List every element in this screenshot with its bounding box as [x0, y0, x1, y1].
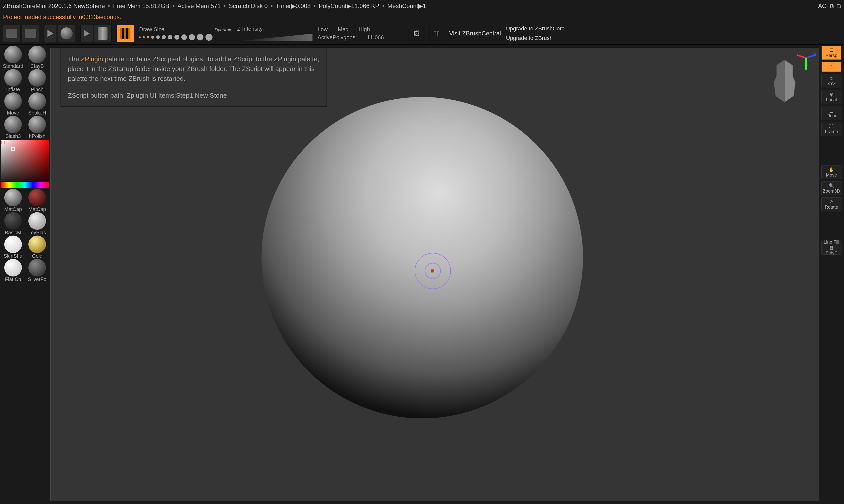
tooltip-t1a: The [68, 55, 81, 63]
poly-med[interactable]: Med [338, 26, 349, 33]
image-icon[interactable]: 🖼 [409, 26, 424, 41]
stat-activemem: Active Mem 571 [177, 2, 220, 10]
arrow2-button[interactable] [80, 24, 93, 42]
book-icon[interactable]: ▯▯ [429, 26, 444, 41]
svg-line-2 [797, 55, 806, 58]
save-button[interactable] [22, 24, 39, 42]
xyz-button[interactable]: ↯XYZ [821, 74, 842, 88]
visit-central-link[interactable]: Visit ZBrushCentral [449, 30, 501, 37]
hud-head-icon[interactable] [771, 58, 798, 103]
material-basic[interactable]: BasicM [1, 212, 25, 236]
brush-cursor-center [431, 269, 434, 272]
title-bar: ZBrushCoreMini 2020.1.6 NewSphere •Free … [0, 0, 844, 12]
brush-move[interactable]: Move [1, 92, 25, 116]
stat-polycount: PolyCount▶11.066 KP [319, 2, 379, 10]
app-title: ZBrushCoreMini 2020.1.6 NewSphere [3, 2, 105, 10]
brush-hpolish[interactable]: hPolish [25, 116, 49, 139]
tooltip-t2: ZScript button path: Zplugin:UI Items:St… [68, 91, 320, 101]
sphere-tool-button[interactable] [58, 24, 75, 42]
open-button[interactable] [3, 24, 21, 42]
svg-marker-5 [805, 66, 808, 70]
mirror-button[interactable] [116, 24, 134, 42]
material-silverfo[interactable]: SilverFo [25, 259, 49, 282]
status-time: 0.323 [82, 14, 97, 21]
active-poly-value: 11,066 [367, 34, 384, 41]
headphone-button[interactable]: ◠ [821, 62, 842, 72]
cylinder-tool-button[interactable] [94, 24, 111, 42]
poly-high[interactable]: High [358, 26, 370, 33]
status-bar: Project loaded successfully in 0.323 sec… [0, 12, 844, 22]
draw-size-label: Draw Size [139, 26, 164, 33]
axis-gizmo[interactable] [796, 51, 816, 71]
poly-low[interactable]: Low [318, 26, 327, 33]
svg-rect-6 [814, 53, 816, 56]
top-toolbar: Draw Size Dynamic Z Intensity Low Med Hi… [0, 22, 844, 45]
status-prefix: Project loaded successfully in [3, 14, 82, 21]
brush-inflate[interactable]: Inflate [1, 69, 25, 92]
tooltip-t1b: ZPlugin [81, 55, 103, 63]
upgrade-full-link[interactable]: Upgrade to ZBrush [506, 35, 565, 41]
stat-timer: Timer▶0.008 [276, 2, 311, 10]
linefill-button[interactable]: Line Fill▦PolyF [821, 240, 842, 255]
window-icon-2[interactable]: ⧉ [837, 2, 841, 10]
floor-button[interactable]: ▂Floor [821, 106, 842, 120]
brush-pinch[interactable]: Pinch [25, 69, 49, 92]
draw-size-slider[interactable] [139, 34, 232, 41]
material-skinsha[interactable]: SkinSha [1, 236, 25, 259]
tooltip-t1c: palette contains ZScripted plugins. To a… [68, 55, 319, 83]
left-panel: Standard ClayB Inflate Pinch Move SnakeH… [0, 45, 50, 504]
rotate-button[interactable]: ⟳Rotate [821, 197, 842, 212]
active-poly-label: ActivePolygons: [318, 34, 357, 41]
zoom3d-button[interactable]: 🔍Zoom3D [821, 181, 842, 195]
stat-meshcount: MeshCount▶1 [387, 2, 426, 10]
title-right-ac: AC [818, 2, 826, 10]
brush-slash3[interactable]: Slash3 [1, 116, 25, 139]
tooltip-zplugin: The ZPlugin palette contains ZScripted p… [60, 48, 327, 107]
brush-standard[interactable]: Standard [1, 46, 25, 69]
persp-button[interactable]: ☰Persp [821, 46, 842, 60]
z-intensity-slider[interactable] [237, 34, 312, 41]
material-matcap1[interactable]: MatCap [1, 189, 25, 212]
material-toyplas[interactable]: ToyPlas [25, 212, 49, 236]
window-icon[interactable]: ⧉ [829, 2, 834, 10]
dynamic-label[interactable]: Dynamic [215, 28, 232, 33]
canvas-viewport[interactable]: The ZPlugin palette contains ZScripted p… [50, 48, 819, 501]
material-matcap2[interactable]: MatCap [25, 189, 49, 212]
local-button[interactable]: ◉Local [821, 90, 842, 104]
material-gold[interactable]: Gold [25, 236, 49, 259]
frame-button[interactable]: ⛶Frame [821, 122, 842, 136]
color-picker[interactable] [1, 140, 49, 188]
z-intensity-label: Z Intensity [237, 25, 312, 32]
stat-scratch: Scratch Disk 0 [229, 2, 268, 10]
stat-freemem: Free Mem 15.812GB [113, 2, 169, 10]
brush-snakeh[interactable]: SnakeH [25, 92, 49, 116]
status-suffix: seconds. [97, 14, 121, 21]
arrow-button[interactable] [44, 24, 57, 42]
upgrade-core-link[interactable]: Upgrade to ZBrushCore [506, 25, 565, 32]
material-flatco[interactable]: Flat Co [1, 259, 25, 282]
main-area: Standard ClayB Inflate Pinch Move SnakeH… [0, 45, 844, 504]
right-panel: ☰Persp ◠ ↯XYZ ◉Local ▂Floor ⛶Frame ✋Move… [819, 45, 844, 504]
brush-clayb[interactable]: ClayB [25, 46, 49, 69]
move-button[interactable]: ✋Move [821, 165, 842, 179]
